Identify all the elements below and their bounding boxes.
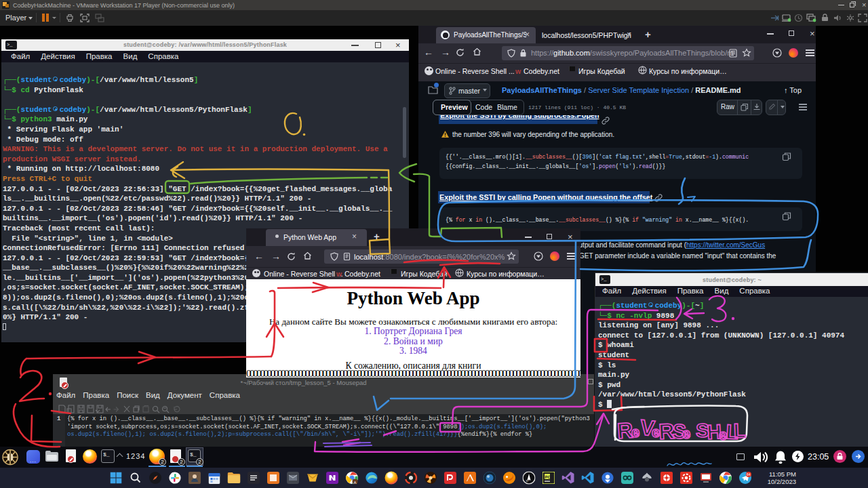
svg-text:A: A	[353, 481, 356, 485]
svg-text:64: 64	[747, 472, 751, 476]
svg-text:PC: PC	[545, 475, 551, 479]
svg-text:U: U	[526, 479, 528, 483]
